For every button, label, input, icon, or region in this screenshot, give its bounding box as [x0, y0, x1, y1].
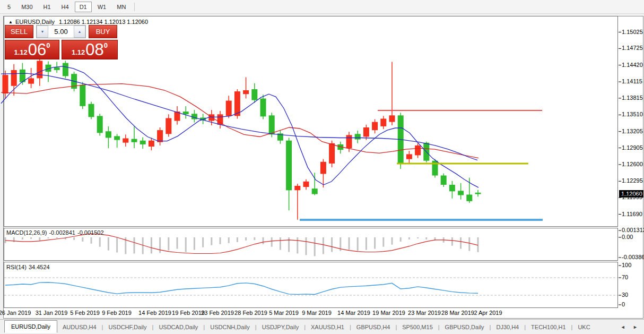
chart-title: ▲EURUSD,Daily1.12086 1.12134 1.12013 1.1… [8, 19, 148, 25]
date-axis-tick: 5 Feb 2019 [70, 310, 100, 316]
chart-tab-ukc[interactable]: UKC [572, 322, 595, 332]
date-axis-tick: 28 Feb 2019 [234, 310, 267, 316]
rsi-axis-tick: 70 [622, 274, 628, 280]
price-axis-tick: 1.13815 [622, 95, 643, 101]
date-axis-tick: 28 Mar 2019 [441, 310, 474, 316]
sell-price-pipette: 0 [46, 41, 50, 49]
macd-axis-tick: 0.00 [622, 234, 633, 240]
date-axis-tick: 9 Feb 2019 [102, 310, 132, 316]
date-axis-tick: 23 Feb 2019 [201, 310, 234, 316]
price-axis-tick: 1.14725 [622, 45, 643, 51]
rsi-axis-tick: 100 [622, 262, 631, 268]
one-click-trading-panel: SELL ▼ 5.00 ▲ BUY 1.12 06 0 1.12 08 0 [5, 25, 119, 59]
collapse-panel-icon[interactable]: ▲ [8, 20, 13, 24]
timeframe-button-h1[interactable]: H1 [39, 2, 56, 12]
timeframe-button-h4[interactable]: H4 [57, 2, 74, 12]
chart-tab-dj30-h4[interactable]: DJ30,H4 [491, 322, 524, 332]
date-axis-tick: 31 Jan 2019 [36, 310, 68, 316]
date-axis-tick: 2 Apr 2019 [474, 310, 502, 316]
chart-tab-usdchf-daily[interactable]: USDCHF,Daily [103, 322, 152, 332]
buy-price-big: 08 [85, 42, 103, 58]
volume-stepper: ▼ 5.00 ▲ [36, 25, 86, 38]
chart-tab-bar: EURUSD,DailyAUDUSD,H4|USDCHF,Daily|USDCA… [0, 319, 644, 334]
date-axis-tick: 14 Feb 2019 [138, 310, 171, 316]
timeframe-button-d1[interactable]: D1 [75, 2, 92, 12]
timeframe-button-w1[interactable]: W1 [93, 2, 111, 12]
timeframe-button-5[interactable]: 5 [3, 2, 15, 12]
price-axis-tick: 1.13510 [622, 111, 643, 117]
toolbar-divider [134, 3, 135, 11]
rsi-pane[interactable] [4, 262, 618, 308]
date-axis-tick: 5 Mar 2019 [269, 310, 299, 316]
buy-button[interactable]: BUY [89, 25, 117, 38]
price-axis-tick: 1.13205 [622, 128, 643, 134]
date-axis-tick: 23 Mar 2019 [408, 310, 441, 316]
buy-price-tile[interactable]: 1.12 08 0 [62, 40, 118, 59]
price-axis-tick: 1.14420 [622, 62, 643, 68]
date-axis-tick: 19 Feb 2019 [172, 310, 205, 316]
sell-price-big: 06 [28, 42, 46, 58]
price-axis-tick: 1.12600 [622, 161, 643, 167]
price-axis-tick: 1.12905 [622, 144, 643, 151]
price-axis-tick: 1.12295 [622, 177, 643, 184]
volume-decrease-icon[interactable]: ▼ [37, 25, 48, 38]
date-axis-tick: 9 Mar 2019 [302, 310, 332, 316]
trading-platform: 5M30H1H4D1W1MN ▲EURUSD,Daily1.12086 1.12… [0, 0, 644, 334]
rsi-indicator-label: RSI(14)34.4524 [6, 264, 52, 270]
buy-price-pipette: 0 [104, 41, 108, 49]
chart-tab-usdcnh-daily[interactable]: USDCNH,Daily [205, 322, 255, 332]
chart-tab-usdjpy-daily[interactable]: USDJPY,Daily [257, 322, 304, 332]
sell-price-prefix: 1.12 [14, 47, 27, 58]
date-axis-tick: 14 Mar 2019 [337, 310, 370, 316]
tab-scroll-arrows-icon[interactable]: ◄ ► [621, 324, 641, 330]
chart-symbol-label: EURUSD,Daily [15, 19, 55, 25]
buy-price-prefix: 1.12 [72, 47, 85, 58]
chart-tab-xauusd-h1[interactable]: XAUUSD,H1 [306, 322, 350, 332]
chart-tab-gbpusd-daily[interactable]: GBPUSD,Daily [440, 322, 490, 332]
rsi-axis-tick: 0 [622, 301, 625, 307]
timeframe-toolbar: 5M30H1H4D1W1MN [0, 0, 644, 14]
timeframe-button-mn[interactable]: MN [112, 2, 130, 12]
macd-indicator-label: MACD(12,26,9)-0.002841-0.001502 [6, 229, 106, 236]
date-axis-tick: 19 Mar 2019 [372, 310, 405, 316]
timeframe-button-m30[interactable]: M30 [16, 2, 37, 12]
chart-tab-gbpusd-h4[interactable]: GBPUSD,H4 [351, 322, 396, 332]
macd-axis-tick: 0.001313 [622, 227, 644, 233]
chart-tab-usdcad-daily[interactable]: USDCAD,Daily [153, 322, 203, 332]
macd-axis-tick: -0.003862 [622, 254, 644, 260]
volume-value[interactable]: 5.00 [48, 25, 74, 38]
rsi-axis-tick: 30 [622, 292, 628, 298]
date-axis-tick: 26 Jan 2019 [0, 310, 31, 316]
sell-button[interactable]: SELL [5, 25, 33, 38]
chart-tab-tech100-h1[interactable]: TECH100,H1 [526, 322, 571, 332]
price-axis-tick: 1.14115 [622, 78, 642, 84]
volume-increase-icon[interactable]: ▲ [74, 25, 85, 38]
price-axis-tick: 1.11690 [622, 211, 642, 217]
chart-tab-sp500-m15[interactable]: SP500,M15 [397, 322, 438, 332]
chart-tab-audusd-h4[interactable]: AUDUSD,H4 [57, 322, 102, 332]
price-axis-tick: 1.11995 [622, 194, 642, 200]
chart-tab-eurusd-daily[interactable]: EURUSD,Daily [4, 320, 57, 333]
price-axis-tick: 1.15025 [622, 29, 643, 35]
chart-ohlc-values: 1.12086 1.12134 1.12013 1.12060 [59, 19, 148, 25]
sell-price-tile[interactable]: 1.12 06 0 [5, 40, 59, 59]
